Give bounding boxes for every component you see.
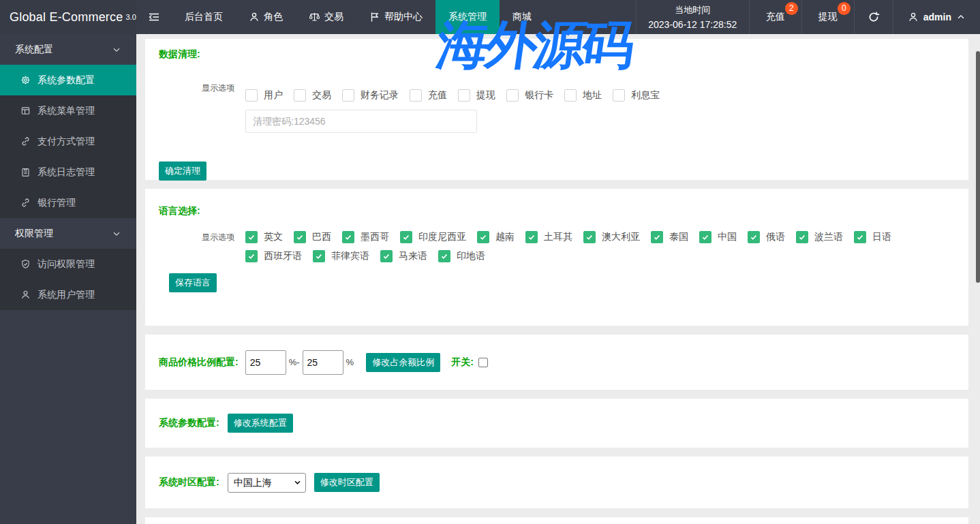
checkbox-checked-icon[interactable] [854,231,866,243]
checkbox-checked-icon[interactable] [525,231,538,243]
partial-card [145,517,968,524]
checkbox-unchecked-icon[interactable] [458,89,470,102]
refresh-button[interactable] [855,0,893,34]
sidebar-item-payment-methods[interactable]: 支付方式管理 [0,126,136,157]
data-clean-option-checkbox[interactable]: 交易 [294,89,331,102]
data-clean-option-checkbox[interactable]: 用户 [245,89,283,102]
checkbox-checked-icon[interactable] [400,231,412,243]
checkbox-checked-icon[interactable] [313,250,325,262]
modify-system-config-button[interactable]: 修改系统配置 [228,414,293,433]
checkbox-checked-icon[interactable] [438,250,450,262]
checkbox-label: 银行卡 [525,89,553,102]
checkbox-unchecked-icon[interactable] [564,89,577,102]
main-content: 数据清理: 显示选项 用户 交易 财 [136,34,980,524]
checkbox-unchecked-icon[interactable] [410,89,422,102]
checkbox-checked-icon[interactable] [342,231,354,243]
checkbox-unchecked-icon[interactable] [245,89,258,102]
scales-icon [309,12,320,22]
data-clean-options: 用户 交易 财务记录 充值 [245,89,671,102]
checkbox-unchecked-icon[interactable] [613,89,625,102]
checkbox-checked-icon[interactable] [380,250,393,262]
nav-item-transactions[interactable]: 交易 [296,0,356,34]
data-clean-card: 数据清理: 显示选项 用户 交易 财 [145,39,968,180]
sidebar-item-system-params[interactable]: 系统参数配置 [0,65,136,95]
system-params-card: 系统参数配置: 修改系统配置 [145,399,968,448]
ratio-switch-checkbox[interactable] [478,358,488,367]
sidebar-item-bank-management[interactable]: 银行管理 [0,187,136,218]
language-option-checkbox[interactable]: 菲律宾语 [313,250,369,262]
modify-timezone-button[interactable]: 修改时区配置 [314,473,380,492]
nav-item-roles[interactable]: 角色 [236,0,296,34]
main-nav: 后台首页 角色 交易 帮 [172,0,545,34]
language-option-checkbox[interactable]: 俄语 [748,231,785,243]
language-option-checkbox[interactable]: 越南 [477,231,515,243]
gear-icon [20,75,31,85]
checkbox-checked-icon[interactable] [245,250,258,262]
scrollbar-track[interactable] [976,34,980,524]
language-option-checkbox[interactable]: 印度尼西亚 [400,231,466,243]
checkbox-unchecked-icon[interactable] [294,89,306,102]
sidebar-item-system-logs[interactable]: 系统日志管理 [0,157,136,187]
refresh-icon [868,11,880,23]
checkbox-label: 用户 [264,89,283,102]
sidebar-group-system-config[interactable]: 系统配置 [0,34,136,65]
language-option-checkbox[interactable]: 中国 [699,231,737,243]
language-option-checkbox[interactable]: 巴西 [294,231,331,243]
scrollbar-thumb[interactable] [976,51,980,283]
checkbox-unchecked-icon[interactable] [342,89,354,102]
modify-balance-ratio-button[interactable]: 修改占余额比例 [366,353,440,372]
data-clean-option-checkbox[interactable]: 充值 [410,89,447,102]
nav-item-dashboard[interactable]: 后台首页 [172,0,236,34]
ratio-min-input[interactable] [245,350,286,375]
checkbox-checked-icon[interactable] [699,231,711,243]
sidebar-item-label: 系统参数配置 [37,74,95,87]
language-option-checkbox[interactable]: 泰国 [651,231,688,243]
language-option-checkbox[interactable]: 土耳其 [525,231,572,243]
timezone-select[interactable]: 中国上海 [228,473,306,493]
admin-user-menu[interactable]: admin [893,0,980,34]
language-options-row2: 西班牙语 菲律宾语 马来语 [245,250,955,262]
language-option-checkbox[interactable]: 西班牙语 [245,250,302,262]
link-icon [20,136,31,147]
sidebar-item-access-permissions[interactable]: 访问权限管理 [0,249,136,279]
data-clean-option-checkbox[interactable]: 银行卡 [506,89,553,102]
checkbox-checked-icon[interactable] [477,231,489,243]
withdraw-button[interactable]: 提现 0 [802,0,855,34]
nav-item-help-center[interactable]: 帮助中心 [356,0,435,34]
nav-item-mall[interactable]: 商城 [500,0,545,34]
checkbox-unchecked-icon[interactable] [506,89,519,102]
nav-item-system-management[interactable]: 系统管理 [435,0,500,34]
chevron-down-icon [112,45,121,55]
checkbox-checked-icon[interactable] [245,231,258,243]
language-option-checkbox[interactable]: 墨西哥 [342,231,389,243]
ratio-max-input[interactable] [303,350,343,375]
checkbox-checked-icon[interactable] [583,231,596,243]
language-option-checkbox[interactable]: 英文 [245,231,283,243]
confirm-clean-button[interactable]: 确定清理 [159,161,206,181]
log-clipboard-icon [20,167,31,177]
language-option-checkbox[interactable]: 澳大利亚 [583,231,640,243]
sidebar-group-permissions[interactable]: 权限管理 [0,218,136,249]
checkbox-label: 俄语 [766,231,785,243]
checkbox-label: 西班牙语 [264,250,302,262]
sidebar-item-label: 支付方式管理 [37,136,95,148]
language-option-checkbox[interactable]: 印地语 [438,250,485,262]
clean-password-input[interactable] [245,110,477,133]
save-language-button[interactable]: 保存语言 [169,273,217,292]
checkbox-checked-icon[interactable] [796,231,808,243]
language-option-checkbox[interactable]: 波兰语 [796,231,843,243]
language-option-checkbox[interactable]: 日语 [854,231,891,243]
language-option-checkbox[interactable]: 马来语 [380,250,427,262]
data-clean-option-checkbox[interactable]: 提现 [458,89,495,102]
data-clean-option-checkbox[interactable]: 地址 [564,89,602,102]
recharge-button[interactable]: 充值 2 [750,0,802,34]
sidebar-item-system-menu[interactable]: 系统菜单管理 [0,95,136,126]
checkbox-checked-icon[interactable] [651,231,663,243]
checkbox-label: 财务记录 [361,89,399,102]
sidebar-item-system-users[interactable]: 系统用户管理 [0,279,136,310]
checkbox-checked-icon[interactable] [748,231,760,243]
data-clean-option-checkbox[interactable]: 财务记录 [342,89,399,102]
sidebar-collapse-button[interactable] [136,0,172,34]
checkbox-checked-icon[interactable] [294,231,306,243]
data-clean-option-checkbox[interactable]: 利息宝 [613,89,660,102]
